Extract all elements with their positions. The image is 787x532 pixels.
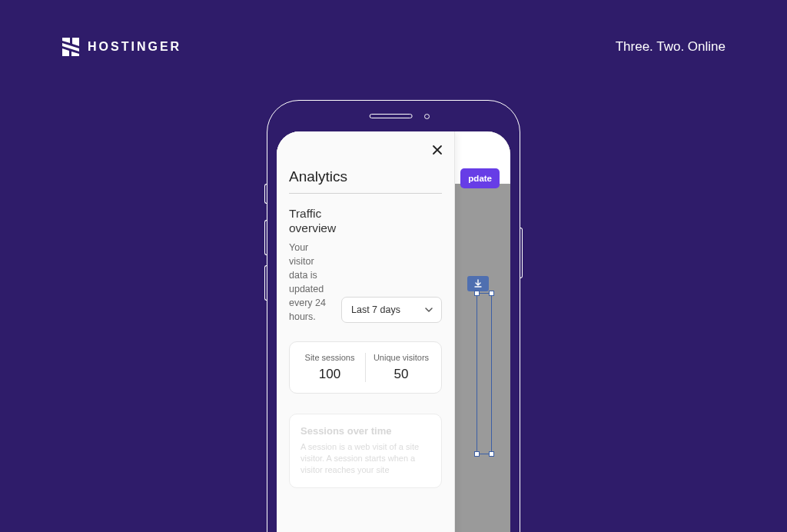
phone-volume-down <box>264 265 267 301</box>
phone-screen: pdate Analyti <box>277 131 510 532</box>
stats-card: Site sessions 100 Unique visitors 50 <box>289 341 442 394</box>
phone-volume-up <box>264 220 267 255</box>
brand-tagline: Three. Two. Online <box>616 39 726 55</box>
marketing-header: HOSTINGER Three. Two. Online <box>61 37 726 57</box>
element-selection-frame[interactable] <box>477 293 492 454</box>
stat-label: Unique visitors <box>366 353 437 362</box>
phone-speaker <box>370 114 413 118</box>
hostinger-logo-icon <box>61 37 80 57</box>
date-range-value: Last 7 days <box>351 304 400 315</box>
close-icon <box>432 145 443 155</box>
sessions-card-description: A session is a web visit of a site visit… <box>301 441 430 477</box>
stat-site-sessions: Site sessions 100 <box>294 353 365 382</box>
analytics-panel: Analytics Traffic overview Your visitor … <box>277 131 455 532</box>
stat-value: 100 <box>294 367 365 382</box>
stat-unique-visitors: Unique visitors 50 <box>365 353 437 382</box>
close-button[interactable] <box>430 142 445 158</box>
chevron-down-icon <box>424 305 433 314</box>
phone-mute-switch <box>264 184 267 204</box>
sessions-over-time-card: Sessions over time A session is a web vi… <box>289 414 442 488</box>
traffic-heading-line1: Traffic <box>289 207 321 220</box>
update-button[interactable]: pdate <box>460 168 500 188</box>
sessions-card-title: Sessions over time <box>301 425 430 437</box>
hostinger-logo: HOSTINGER <box>61 37 181 57</box>
date-range-select[interactable]: Last 7 days <box>341 297 442 323</box>
traffic-heading-line2: overview <box>289 221 336 234</box>
phone-power-button <box>520 228 523 278</box>
phone-camera <box>424 114 430 119</box>
download-badge[interactable] <box>467 276 489 291</box>
stat-label: Site sessions <box>294 353 365 362</box>
traffic-heading: Traffic overview <box>289 206 442 236</box>
panel-title: Analytics <box>289 164 442 194</box>
stat-value: 50 <box>366 367 437 382</box>
traffic-description: Your visitor data is updated every 24 ho… <box>289 241 332 324</box>
phone-frame: pdate Analyti <box>267 100 520 532</box>
brand-name: HOSTINGER <box>88 40 181 54</box>
download-icon <box>473 279 483 288</box>
